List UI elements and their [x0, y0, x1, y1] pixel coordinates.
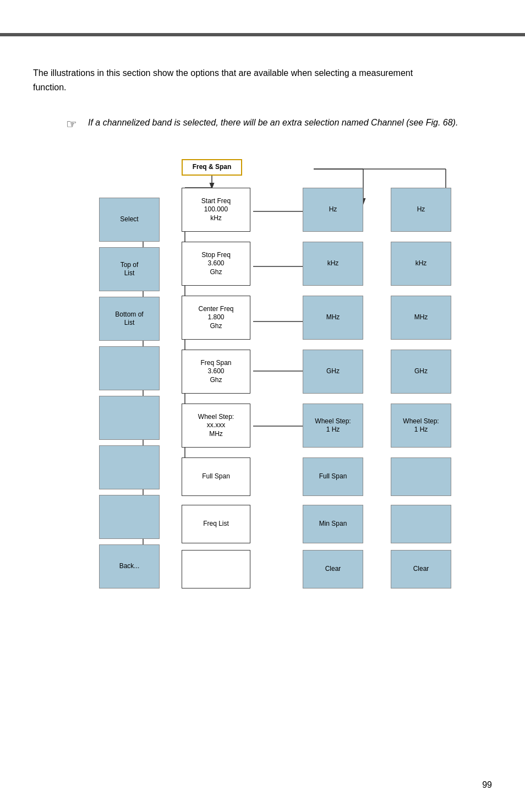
mhz-col4[interactable]: MHz [391, 296, 451, 340]
hz-col3[interactable]: Hz [303, 188, 363, 232]
hz-col4[interactable]: Hz [391, 188, 451, 232]
main-content: The illustrations in this section show t… [0, 0, 525, 633]
col2-blank [182, 550, 250, 588]
mhz-col3[interactable]: MHz [303, 296, 363, 340]
clear-col4-button[interactable]: Clear [391, 550, 451, 588]
wheel-step-button[interactable]: Wheel Step:xx.xxxMHz [182, 404, 250, 448]
ghz-col3[interactable]: GHz [303, 350, 363, 394]
start-freq-button[interactable]: Start Freq100.000kHz [182, 188, 250, 232]
full-span-col3[interactable]: Full Span [303, 457, 363, 496]
freq-list-button[interactable]: Freq List [182, 505, 250, 543]
note-icon: ☞ [66, 117, 77, 132]
freq-span-button[interactable]: Freq Span3.600Ghz [182, 350, 250, 394]
clear-col3-button[interactable]: Clear [303, 550, 363, 588]
full-span-button[interactable]: Full Span [182, 457, 250, 496]
col1-blank-4 [99, 495, 160, 539]
note-text: If a channelized band is selected, there… [88, 116, 458, 129]
khz-col4[interactable]: kHz [391, 242, 451, 286]
note-section: ☞ If a channelized band is selected, the… [66, 116, 492, 132]
min-span-col3[interactable]: Min Span [303, 505, 363, 543]
intro-paragraph: The illustrations in this section show t… [33, 66, 446, 94]
col4-blank-a [391, 457, 451, 496]
col1-blank-3 [99, 445, 160, 489]
center-freq-button[interactable]: Center Freq1.800Ghz [182, 296, 250, 340]
freq-span-title: Freq & Span [182, 159, 242, 176]
wheel-step-col3[interactable]: Wheel Step:1 Hz [303, 404, 363, 448]
diagram: Freq & Span Select Top ofList Bottom ofL… [50, 148, 525, 600]
ghz-col4[interactable]: GHz [391, 350, 451, 394]
top-rule [0, 33, 525, 36]
wheel-step-col4[interactable]: Wheel Step:1 Hz [391, 404, 451, 448]
select-button[interactable]: Select [99, 198, 160, 242]
khz-col3[interactable]: kHz [303, 242, 363, 286]
top-of-list-button[interactable]: Top ofList [99, 247, 160, 291]
col1-blank-1 [99, 346, 160, 390]
col4-blank-b [391, 505, 451, 543]
bottom-of-list-button[interactable]: Bottom ofList [99, 297, 160, 341]
stop-freq-button[interactable]: Stop Freq3.600Ghz [182, 242, 250, 286]
back-button[interactable]: Back... [99, 544, 160, 588]
col1-blank-2 [99, 396, 160, 440]
page-number: 99 [482, 780, 492, 790]
